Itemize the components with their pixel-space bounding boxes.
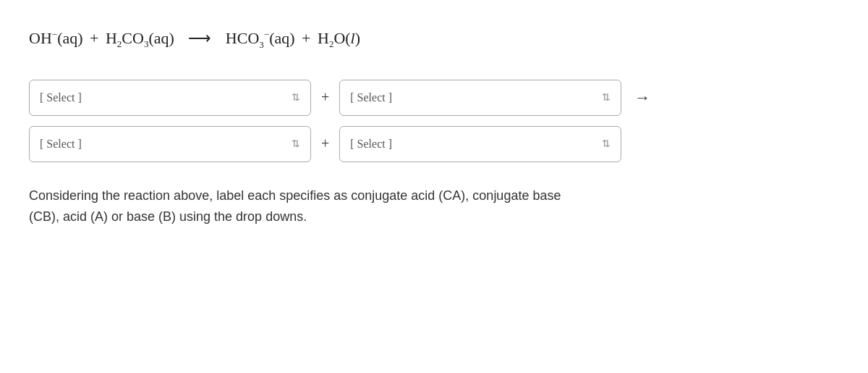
select-row1-right[interactable]: [ Select ] ⇅ bbox=[339, 80, 621, 116]
chemical-equation: OH−(aq) + H2CO3(aq) ⟶ HCO3−(aq) + H2O(l) bbox=[29, 29, 839, 51]
select-row1-right-label: [ Select ] bbox=[350, 91, 392, 104]
reactant2: H2CO3(aq) bbox=[106, 29, 174, 50]
chevron-row2-right-icon: ⇅ bbox=[602, 138, 610, 150]
select-row1-left[interactable]: [ Select ] ⇅ bbox=[29, 80, 311, 116]
plus-operator-2: + bbox=[298, 29, 315, 48]
dropdown-row-1: [ Select ] ⇅ + [ Select ] ⇅ → bbox=[29, 80, 839, 116]
description-text: Considering the reaction above, label ea… bbox=[29, 185, 680, 227]
dropdown-row-2: [ Select ] ⇅ + [ Select ] ⇅ → bbox=[29, 126, 839, 162]
reaction-arrow: ⟶ bbox=[184, 29, 216, 48]
select-row2-right-label: [ Select ] bbox=[350, 138, 392, 151]
product1: HCO3−(aq) bbox=[226, 29, 295, 51]
row1-arrow-icon: → bbox=[634, 88, 650, 107]
chevron-row1-right-icon: ⇅ bbox=[602, 91, 610, 104]
select-row1-left-label: [ Select ] bbox=[40, 91, 82, 104]
dropdowns-section: [ Select ] ⇅ + [ Select ] ⇅ → [ Select ]… bbox=[29, 80, 839, 162]
product2: H2O(l) bbox=[318, 29, 360, 50]
select-row2-left[interactable]: [ Select ] ⇅ bbox=[29, 126, 311, 162]
chevron-row1-left-icon: ⇅ bbox=[292, 91, 300, 104]
reactant1: OH−(aq) bbox=[29, 29, 83, 48]
select-row2-left-label: [ Select ] bbox=[40, 138, 82, 151]
plus-operator-1: + bbox=[86, 29, 103, 48]
description-line2: (CB), acid (A) or base (B) using the dro… bbox=[29, 209, 307, 224]
row1-plus: + bbox=[321, 89, 329, 106]
row2-plus: + bbox=[321, 135, 329, 152]
description-line1: Considering the reaction above, label ea… bbox=[29, 188, 561, 203]
select-row2-right[interactable]: [ Select ] ⇅ bbox=[339, 126, 621, 162]
chevron-row2-left-icon: ⇅ bbox=[292, 138, 300, 150]
